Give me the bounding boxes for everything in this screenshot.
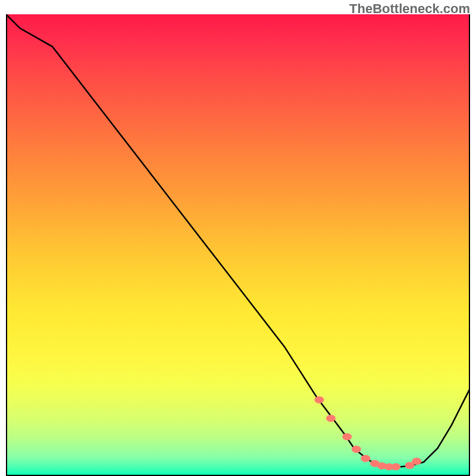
data-marker [412,458,421,465]
watermark-text: TheBottleneck.com [349,1,470,17]
curve-line [6,14,470,467]
data-marker [326,415,336,422]
data-marker [391,464,400,471]
data-marker [361,455,371,462]
data-marker [352,446,361,453]
data-markers [315,396,422,471]
data-marker [342,433,352,440]
curve-svg [6,14,470,476]
data-marker [315,396,324,403]
bottleneck-chart [6,14,470,476]
